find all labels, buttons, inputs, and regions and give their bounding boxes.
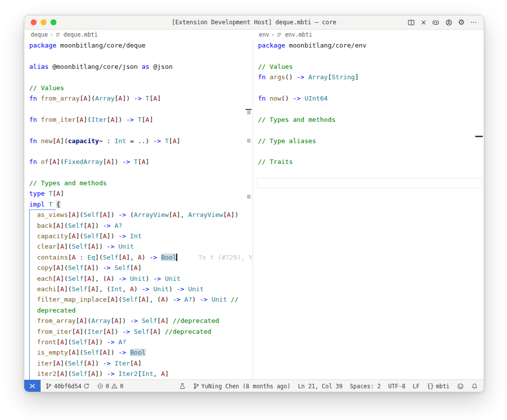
code-line[interactable] [24, 146, 253, 157]
code-line[interactable]: is_empty[A](Self[A]) -> Bool [24, 347, 253, 358]
editor-pane-left[interactable]: package moonbitlang/core/dequealias @moo… [24, 40, 253, 379]
code-line[interactable]: fn from_array[A](Array[A]) -> T[A] [24, 93, 253, 104]
code-line[interactable]: from_iter[A](Iter[A]) -> Self[A] //depre… [24, 326, 253, 337]
code-line[interactable] [253, 104, 484, 114]
code-token: back [37, 222, 52, 229]
code-line[interactable]: fn from_iter[A](Iter[A]) -> T[A] [24, 114, 253, 125]
code-line[interactable]: // Type aliases [253, 136, 484, 146]
code-token: -> [107, 338, 115, 346]
settings-gear-icon[interactable]: ⚙ [458, 19, 464, 26]
code-line[interactable] [24, 167, 253, 178]
beaker-icon[interactable] [179, 383, 186, 389]
code-line[interactable]: each[A](Self[A], (A) -> Unit) -> Unit [24, 273, 253, 284]
code-line[interactable]: contains[A : Eq](Self[A], A) -> BoolTo t… [24, 252, 253, 262]
code-line[interactable]: from_array[A](Array[A]) -> Self[A] //dep… [24, 315, 253, 326]
code-line[interactable]: // Traits [253, 157, 484, 167]
code-token: from_array [41, 95, 79, 102]
language-mode[interactable]: {} mbti [427, 383, 450, 390]
code-token: ]( [64, 338, 72, 346]
code-line[interactable]: copy[A](Self[A]) -> Self[A] [24, 262, 253, 273]
notifications-bell-icon[interactable] [471, 383, 478, 390]
code-line[interactable]: eachi[A](Self[A], (Int, A) -> Unit) -> U… [24, 284, 253, 294]
close-window-button[interactable] [31, 19, 37, 25]
code-token: A [56, 190, 60, 197]
eol-indicator[interactable]: LF [413, 383, 420, 390]
code-token: ]) [107, 211, 118, 218]
code-line[interactable]: deprecated [24, 305, 253, 315]
code-token: // Type aliases [258, 137, 316, 145]
remote-indicator[interactable] [24, 380, 41, 393]
code-token: Self [84, 232, 99, 240]
indentation-indicator[interactable]: Spaces: 2 [350, 383, 381, 390]
code-line[interactable]: iter[A](Self[A]) -> Iter[A] [24, 358, 253, 368]
breadcrumb-file[interactable]: deque.mbti [63, 31, 98, 38]
code-line[interactable]: alias @moonbitlang/core/json as @json [24, 61, 253, 72]
code-token: [ [138, 370, 142, 377]
code-token: [ [68, 211, 72, 218]
code-line[interactable]: iter2[A](Self[A]) -> Iter2[Int, A] [24, 368, 253, 379]
feedback-smiley-icon[interactable] [457, 383, 464, 390]
code-token: args [269, 73, 285, 81]
code-line[interactable]: package moonbitlang/core/env [253, 40, 484, 51]
code-line[interactable]: front[A](Self[A]) -> A? [24, 337, 253, 347]
code-line[interactable]: fn of[A](FixedArray[A]) -> T[A] [24, 157, 253, 167]
breadcrumb-file[interactable]: env.mbti [285, 31, 312, 38]
code-token: -> [103, 360, 111, 367]
split-editor-icon[interactable] [407, 19, 415, 26]
git-blame-item[interactable]: YuNing Chen (8 months ago) [193, 383, 291, 390]
code-token: // [231, 296, 239, 303]
code-line[interactable] [24, 125, 253, 135]
code-token: [ [169, 211, 173, 218]
code-line[interactable]: back[A](Self[A]) -> A? [24, 220, 253, 231]
zoom-window-button[interactable] [51, 19, 56, 25]
code-line[interactable]: type T[A] [24, 188, 253, 199]
code-token: A? [114, 222, 122, 229]
code-line[interactable]: // Values [24, 83, 253, 93]
code-token: A [80, 317, 84, 324]
code-line[interactable] [253, 51, 484, 61]
code-area-right[interactable]: package moonbitlang/core/env// Valuesfn … [253, 40, 484, 188]
more-actions-icon[interactable]: ··· [470, 19, 477, 26]
code-line[interactable]: // Values [253, 61, 484, 72]
code-line[interactable]: fn new[A](capacity~ : Int = ..) -> T[A] [24, 136, 253, 146]
copilot-icon[interactable] [432, 19, 440, 26]
code-line[interactable]: // Types and methods [24, 178, 253, 188]
code-line[interactable] [24, 104, 253, 114]
code-line[interactable]: clear[A](Self[A]) -> Unit [24, 241, 253, 252]
encoding-indicator[interactable]: UTF-8 [388, 383, 406, 390]
code-line[interactable] [253, 125, 484, 135]
problems-item[interactable]: 0 0 [97, 383, 123, 390]
code-line[interactable]: impl T { [24, 199, 253, 210]
git-branch-item[interactable]: 40bf6d54 [46, 383, 90, 390]
breadcrumb-folder[interactable]: deque [31, 31, 48, 38]
code-token: Self [68, 360, 83, 367]
code-line[interactable]: filter_map_inplace[A](Self[A], (A) -> A?… [24, 294, 253, 305]
code-line[interactable]: as_views[A](Self[A]) -> (ArrayView[A], A… [24, 210, 253, 220]
code-token: alias [29, 63, 49, 70]
code-line[interactable]: // Types and methods [253, 114, 484, 125]
code-line[interactable] [253, 146, 484, 157]
code-token: String [332, 73, 355, 81]
code-line[interactable]: fn args() -> Array[String] [253, 72, 484, 82]
editor-pane-right[interactable]: package moonbitlang/core/env// Valuesfn … [253, 40, 484, 379]
code-line[interactable]: package moonbitlang/core/deque [24, 40, 253, 51]
code-line[interactable] [24, 51, 253, 61]
code-token: Self [122, 296, 138, 303]
code-token: ( [126, 211, 134, 218]
code-line[interactable] [253, 167, 484, 178]
minimize-window-button[interactable] [41, 19, 47, 25]
code-line[interactable]: capacity[A](Self[A]) -> Int [24, 231, 253, 241]
code-token: fn [258, 95, 266, 102]
account-icon[interactable] [445, 19, 453, 26]
cursor-position[interactable]: Ln 21, Col 39 [298, 383, 343, 390]
code-line[interactable]: fn now() -> UInt64 [253, 93, 484, 104]
code-token: ]( [84, 317, 92, 324]
current-line-highlight[interactable] [257, 178, 482, 188]
breadcrumb-folder[interactable]: env [259, 31, 269, 38]
code-area-left[interactable]: package moonbitlang/core/dequealias @moo… [24, 40, 253, 379]
close-icon[interactable]: × [420, 19, 426, 26]
file-icon [276, 32, 282, 38]
code-token: iter2 [37, 370, 56, 377]
code-line[interactable] [24, 72, 253, 82]
code-line[interactable] [253, 83, 484, 93]
